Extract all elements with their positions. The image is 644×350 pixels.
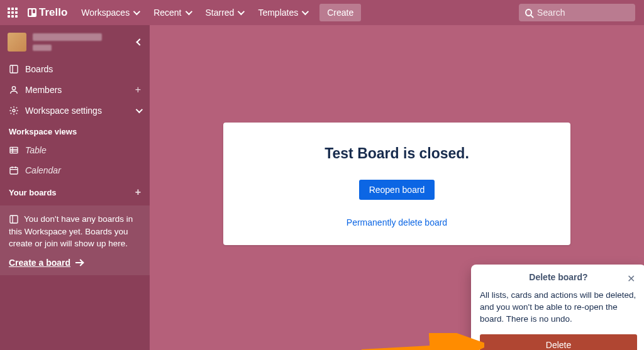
workspace-views-label: Workspace views [9, 127, 77, 136]
create-board-link[interactable]: Create a board [9, 258, 82, 268]
boards-icon [9, 64, 19, 74]
add-member-icon[interactable]: + [135, 84, 141, 96]
sidebar-item-settings[interactable]: Workspace settings [0, 101, 150, 121]
topbar: Trello Workspaces Recent Starred Templat… [0, 0, 644, 25]
svg-rect-12 [10, 216, 18, 223]
chevron-down-icon [136, 106, 143, 113]
your-boards-header: Your boards + [0, 180, 150, 202]
svg-point-3 [13, 109, 15, 112]
svg-rect-8 [10, 167, 18, 174]
content-area: Test Board is closed. Reopen board Perma… [150, 25, 644, 350]
table-icon [9, 145, 19, 155]
calendar-icon [9, 165, 19, 175]
add-board-icon[interactable]: + [135, 187, 141, 198]
sidebar-view-calendar[interactable]: Calendar [0, 160, 150, 180]
sidebar-calendar-label: Calendar [25, 165, 141, 175]
svg-point-2 [12, 87, 15, 90]
sidebar-table-label: Table [25, 145, 141, 155]
chevron-down-icon [302, 8, 309, 15]
reopen-board-button[interactable]: Reopen board [359, 180, 435, 200]
workspace-views-header: Workspace views [0, 121, 150, 140]
close-icon[interactable]: ✕ [625, 272, 637, 285]
svg-rect-0 [10, 65, 18, 73]
nav-recent[interactable]: Recent [147, 4, 196, 21]
closed-board-title: Test Board is closed. [236, 145, 558, 162]
delete-button[interactable]: Delete [480, 334, 637, 350]
your-boards-label: Your boards [9, 188, 57, 197]
no-boards-message: You don't have any boards in this Worksp… [9, 213, 141, 250]
nav-recent-label: Recent [153, 8, 181, 18]
chevron-down-icon [185, 8, 192, 15]
search-icon [525, 9, 532, 16]
sidebar-boards-label: Boards [25, 64, 141, 74]
workspace-avatar [8, 33, 26, 52]
collapse-sidebar-icon[interactable] [136, 38, 143, 45]
gear-icon [9, 106, 19, 116]
chevron-down-icon [133, 8, 140, 15]
nav-workspaces[interactable]: Workspaces [75, 4, 145, 21]
popover-title: Delete board? [529, 272, 587, 282]
annotation-arrow [358, 333, 484, 350]
no-boards-box: You don't have any boards in this Worksp… [0, 205, 150, 275]
sidebar-members-label: Members [25, 85, 129, 95]
create-button[interactable]: Create [319, 4, 361, 21]
sidebar-settings-label: Workspace settings [25, 106, 130, 116]
svg-line-15 [362, 346, 475, 350]
workspace-name [33, 33, 131, 51]
nav-templates-label: Templates [258, 8, 298, 18]
trello-logo-text: Trello [39, 6, 67, 19]
nav-starred[interactable]: Starred [199, 4, 250, 21]
permanently-delete-link[interactable]: Permanently delete board [236, 217, 558, 227]
apps-switcher-icon[interactable] [5, 5, 20, 20]
chevron-down-icon [238, 8, 245, 15]
trello-logo-icon [28, 8, 36, 17]
nav-workspaces-label: Workspaces [81, 8, 130, 18]
delete-board-popover: Delete board? ✕ All lists, cards and act… [471, 265, 644, 350]
sidebar: Boards Members + Workspace settings Work… [0, 25, 150, 350]
search-box[interactable] [519, 4, 635, 21]
svg-rect-4 [10, 147, 18, 153]
nav-templates[interactable]: Templates [252, 4, 313, 21]
create-board-label: Create a board [9, 258, 70, 268]
popover-body: All lists, cards and actions will be del… [480, 290, 637, 325]
search-input[interactable] [537, 8, 629, 18]
sidebar-view-table[interactable]: Table [0, 140, 150, 160]
closed-board-panel: Test Board is closed. Reopen board Perma… [223, 123, 570, 245]
members-icon [9, 85, 19, 95]
sidebar-item-members[interactable]: Members + [0, 79, 150, 101]
arrow-right-icon [75, 260, 82, 266]
sidebar-item-boards[interactable]: Boards [0, 59, 150, 79]
nav-starred-label: Starred [206, 8, 235, 18]
trello-logo[interactable]: Trello [28, 6, 67, 19]
workspace-header[interactable] [0, 25, 150, 59]
boards-icon [9, 214, 19, 224]
